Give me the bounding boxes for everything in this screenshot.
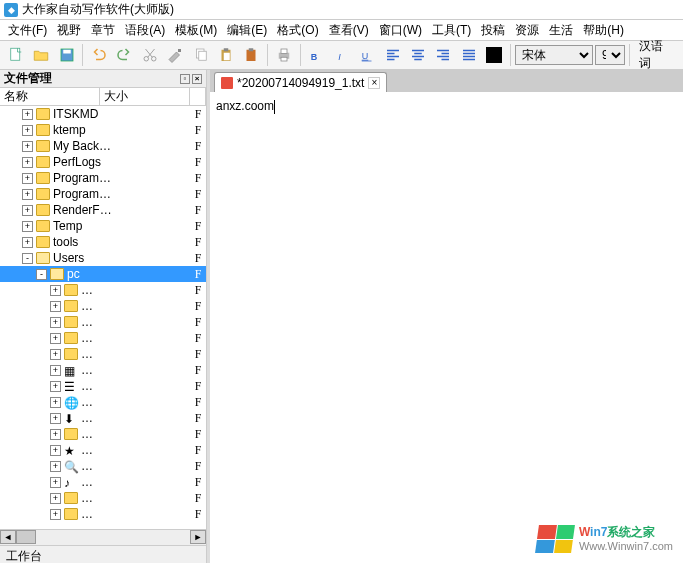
menu-edit[interactable]: 编辑(E) bbox=[223, 21, 271, 40]
align-left-button[interactable] bbox=[381, 43, 404, 67]
menu-view[interactable]: 视野 bbox=[53, 21, 85, 40]
text-editor[interactable]: anxz.coom bbox=[210, 92, 683, 563]
tree-row[interactable]: -UsersF bbox=[0, 250, 206, 266]
tab-close-icon[interactable]: × bbox=[368, 77, 380, 89]
underline-button[interactable]: U bbox=[355, 43, 378, 67]
menu-file[interactable]: 文件(F) bbox=[4, 21, 51, 40]
expand-icon[interactable]: + bbox=[50, 397, 61, 408]
tree-row[interactable]: +ktempF bbox=[0, 122, 206, 138]
tree-row[interactable]: +☰…F bbox=[0, 378, 206, 394]
tree-row[interactable]: +…F bbox=[0, 346, 206, 362]
font-size-select[interactable]: 9 bbox=[595, 45, 625, 65]
tree-row[interactable]: +…F bbox=[0, 330, 206, 346]
expand-icon[interactable]: + bbox=[50, 285, 61, 296]
print-button[interactable] bbox=[272, 43, 295, 67]
menu-resource[interactable]: 资源 bbox=[511, 21, 543, 40]
expand-icon[interactable]: + bbox=[50, 461, 61, 472]
copy-button[interactable] bbox=[189, 43, 212, 67]
tree-row[interactable]: -pcF bbox=[0, 266, 206, 282]
align-center-button[interactable] bbox=[406, 43, 429, 67]
tree-row[interactable]: +🔍…F bbox=[0, 458, 206, 474]
menu-format[interactable]: 格式(O) bbox=[273, 21, 322, 40]
tree-row[interactable]: +…F bbox=[0, 506, 206, 522]
scroll-left-icon[interactable]: ◄ bbox=[0, 530, 16, 544]
expand-icon[interactable]: + bbox=[22, 189, 33, 200]
panel-close-icon[interactable]: × bbox=[192, 74, 202, 84]
save-button[interactable] bbox=[55, 43, 78, 67]
expand-icon[interactable]: + bbox=[50, 445, 61, 456]
open-button[interactable] bbox=[29, 43, 52, 67]
expand-icon[interactable]: + bbox=[50, 509, 61, 520]
tree-hscrollbar[interactable]: ◄ ► bbox=[0, 529, 206, 545]
expand-icon[interactable]: + bbox=[50, 317, 61, 328]
expand-icon[interactable]: + bbox=[50, 333, 61, 344]
undo-button[interactable] bbox=[87, 43, 110, 67]
expand-icon[interactable]: + bbox=[50, 413, 61, 424]
expand-icon[interactable]: + bbox=[50, 493, 61, 504]
expand-icon[interactable]: + bbox=[22, 109, 33, 120]
scroll-thumb[interactable] bbox=[16, 530, 36, 544]
tree-row[interactable]: +🌐…F bbox=[0, 394, 206, 410]
language-button[interactable]: 汉语词 bbox=[634, 43, 679, 67]
col-flag[interactable] bbox=[190, 88, 206, 105]
expand-icon[interactable]: + bbox=[50, 301, 61, 312]
menu-chapter[interactable]: 章节 bbox=[87, 21, 119, 40]
font-color-button[interactable] bbox=[483, 43, 506, 67]
expand-icon[interactable]: - bbox=[36, 269, 47, 280]
tree-row[interactable]: +PerfLogsF bbox=[0, 154, 206, 170]
expand-icon[interactable]: + bbox=[22, 173, 33, 184]
paste-button[interactable] bbox=[214, 43, 237, 67]
tree-row[interactable]: +…F bbox=[0, 282, 206, 298]
italic-button[interactable]: I bbox=[330, 43, 353, 67]
expand-icon[interactable]: + bbox=[22, 157, 33, 168]
expand-icon[interactable]: + bbox=[50, 349, 61, 360]
tree-row[interactable]: +Program…F bbox=[0, 186, 206, 202]
tree-row[interactable]: +♪…F bbox=[0, 474, 206, 490]
tree-row[interactable]: +My Back…F bbox=[0, 138, 206, 154]
new-file-button[interactable] bbox=[4, 43, 27, 67]
expand-icon[interactable]: - bbox=[22, 253, 33, 264]
paste-special-button[interactable] bbox=[240, 43, 263, 67]
align-justify-button[interactable] bbox=[457, 43, 480, 67]
panel-pin-icon[interactable]: ▫ bbox=[180, 74, 190, 84]
tree-row[interactable]: +…F bbox=[0, 314, 206, 330]
expand-icon[interactable]: + bbox=[22, 141, 33, 152]
menu-life[interactable]: 生活 bbox=[545, 21, 577, 40]
expand-icon[interactable]: + bbox=[22, 125, 33, 136]
scroll-right-icon[interactable]: ► bbox=[190, 530, 206, 544]
tree-row[interactable]: +⬇…F bbox=[0, 410, 206, 426]
align-right-button[interactable] bbox=[432, 43, 455, 67]
expand-icon[interactable]: + bbox=[50, 429, 61, 440]
tree-row[interactable]: +…F bbox=[0, 426, 206, 442]
tree-row[interactable]: +…F bbox=[0, 490, 206, 506]
tree-row[interactable]: +▦…F bbox=[0, 362, 206, 378]
tree-row[interactable]: +toolsF bbox=[0, 234, 206, 250]
menu-window[interactable]: 窗口(W) bbox=[375, 21, 426, 40]
tree-row[interactable]: +Program…F bbox=[0, 170, 206, 186]
tree-row[interactable]: +★…F bbox=[0, 442, 206, 458]
tree-row[interactable]: +TempF bbox=[0, 218, 206, 234]
expand-icon[interactable]: + bbox=[50, 477, 61, 488]
file-tree[interactable]: +ITSKMDF+ktempF+My Back…F+PerfLogsF+Prog… bbox=[0, 106, 206, 529]
menu-look[interactable]: 查看(V) bbox=[325, 21, 373, 40]
expand-icon[interactable]: + bbox=[22, 237, 33, 248]
col-name[interactable]: 名称 bbox=[0, 88, 100, 105]
col-size[interactable]: 大小 bbox=[100, 88, 190, 105]
expand-icon[interactable]: + bbox=[50, 381, 61, 392]
menu-help[interactable]: 帮助(H) bbox=[579, 21, 628, 40]
menu-template[interactable]: 模板(M) bbox=[171, 21, 221, 40]
tree-row[interactable]: +…F bbox=[0, 298, 206, 314]
tree-row[interactable]: +RenderF…F bbox=[0, 202, 206, 218]
bold-button[interactable]: B bbox=[305, 43, 328, 67]
menu-segment[interactable]: 语段(A) bbox=[121, 21, 169, 40]
font-family-select[interactable]: 宋体 bbox=[515, 45, 593, 65]
cut-button[interactable] bbox=[138, 43, 161, 67]
expand-icon[interactable]: + bbox=[22, 221, 33, 232]
editor-tab[interactable]: *20200714094919_1.txt × bbox=[214, 72, 387, 92]
settings-button[interactable] bbox=[164, 43, 187, 67]
expand-icon[interactable]: + bbox=[50, 365, 61, 376]
redo-button[interactable] bbox=[113, 43, 136, 67]
menu-submit[interactable]: 投稿 bbox=[477, 21, 509, 40]
tree-row[interactable]: +ITSKMDF bbox=[0, 106, 206, 122]
menu-tools[interactable]: 工具(T) bbox=[428, 21, 475, 40]
